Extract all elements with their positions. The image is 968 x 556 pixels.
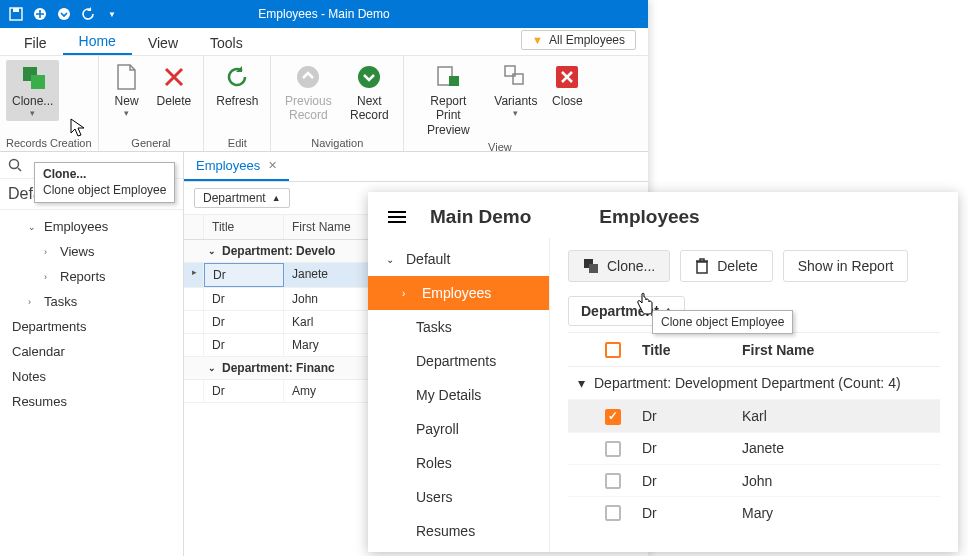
- ribbon-group-label: Edit: [210, 135, 264, 149]
- nav-notes[interactable]: Notes: [0, 364, 183, 389]
- row-checkbox[interactable]: [594, 407, 632, 424]
- clone-icon: [18, 62, 48, 92]
- caret-right-icon: ›: [402, 288, 412, 299]
- svg-rect-15: [589, 264, 598, 273]
- web-header: Main Demo Employees: [368, 192, 958, 238]
- tab-employees[interactable]: Employees ✕: [184, 152, 289, 181]
- arrow-down-icon: [354, 62, 384, 92]
- web-delete-button[interactable]: Delete: [680, 250, 772, 282]
- web-group-row[interactable]: ▾ Department: Development Department (Co…: [568, 367, 940, 399]
- clone-tooltip: Clone... Clone object Employee: [34, 162, 175, 203]
- new-button[interactable]: New: [105, 60, 149, 121]
- web-nav-resumes[interactable]: Resumes: [368, 514, 549, 548]
- nav-calendar[interactable]: Calendar: [0, 339, 183, 364]
- svg-rect-5: [31, 75, 45, 89]
- row-checkbox[interactable]: [594, 472, 632, 489]
- variants-button[interactable]: Variants: [488, 60, 543, 121]
- row-indicator-icon: ▸: [184, 263, 204, 287]
- next-record-button[interactable]: Next Record: [341, 60, 397, 125]
- web-show-report-button[interactable]: Show in Report: [783, 250, 909, 282]
- title-column[interactable]: Title: [204, 215, 284, 239]
- caret-down-icon: ⌄: [28, 222, 38, 232]
- web-nav-payroll[interactable]: Payroll: [368, 412, 549, 446]
- down-quick-icon[interactable]: [56, 6, 72, 22]
- web-row[interactable]: Dr Karl: [568, 399, 940, 431]
- funnel-icon: ▼: [532, 34, 543, 46]
- trash-icon: [695, 258, 709, 274]
- web-nav-mydetails[interactable]: My Details: [368, 378, 549, 412]
- web-row[interactable]: Dr Janete: [568, 432, 940, 464]
- nav-panel: Default ⟂ ⌄Employees ›Views ›Reports ›Ta…: [0, 152, 184, 556]
- refresh-icon: [222, 62, 252, 92]
- save-icon[interactable]: [8, 6, 24, 22]
- caret-down-icon: ⌄: [208, 246, 216, 256]
- row-checkbox[interactable]: [594, 440, 632, 457]
- report-icon: [433, 62, 463, 92]
- delete-button[interactable]: Delete: [151, 60, 198, 110]
- web-row[interactable]: Dr Mary: [568, 496, 940, 528]
- nav-views[interactable]: ›Views: [0, 239, 183, 264]
- caret-right-icon: ›: [28, 297, 38, 307]
- web-nav-roles[interactable]: Roles: [368, 446, 549, 480]
- select-column: [184, 215, 204, 239]
- nav-employees[interactable]: ⌄Employees: [0, 214, 183, 239]
- filter-dropdown[interactable]: ▼ All Employees: [521, 30, 636, 50]
- refresh-quick-icon[interactable]: [80, 6, 96, 22]
- svg-rect-9: [449, 76, 459, 86]
- clone-button[interactable]: Clone...: [6, 60, 59, 121]
- group-by-chip[interactable]: Department ▲: [194, 188, 290, 208]
- refresh-button[interactable]: Refresh: [210, 60, 264, 110]
- clone-icon: [583, 258, 599, 274]
- arrow-up-icon: [293, 62, 323, 92]
- menu-home[interactable]: Home: [63, 29, 132, 55]
- svg-point-6: [297, 66, 319, 88]
- select-all-checkbox[interactable]: [594, 341, 632, 358]
- web-nav-employees[interactable]: ›Employees: [368, 276, 549, 310]
- ribbon-group-general: New Delete General: [99, 56, 205, 151]
- dropdown-quick-icon[interactable]: ▼: [104, 6, 120, 22]
- new-quick-icon[interactable]: [32, 6, 48, 22]
- web-clone-button[interactable]: Clone...: [568, 250, 670, 282]
- web-nav-tasks[interactable]: Tasks: [368, 310, 549, 344]
- web-row[interactable]: Dr John: [568, 464, 940, 496]
- web-col-title[interactable]: Title: [632, 342, 732, 358]
- cursor-icon: [70, 118, 86, 138]
- ribbon-group-navigation: Previous Record Next Record Navigation: [271, 56, 404, 151]
- web-actions: Clone... Delete Show in Report: [568, 250, 940, 282]
- report-preview-button[interactable]: Report Print Preview: [410, 60, 486, 139]
- menu-file[interactable]: File: [8, 31, 63, 55]
- titlebar-quick-icons: ▼: [0, 6, 120, 22]
- web-app-window: Main Demo Employees ⌄Default ›Employees …: [368, 192, 958, 552]
- titlebar: ▼ Employees - Main Demo: [0, 0, 648, 28]
- file-icon: [112, 62, 142, 92]
- caret-down-icon: ⌄: [208, 363, 216, 373]
- menu-tools[interactable]: Tools: [194, 31, 259, 55]
- nav-reports[interactable]: ›Reports: [0, 264, 183, 289]
- web-col-firstname[interactable]: First Name: [732, 342, 940, 358]
- filter-label: All Employees: [549, 33, 625, 47]
- row-checkbox[interactable]: [594, 504, 632, 521]
- web-nav-users[interactable]: Users: [368, 480, 549, 514]
- close-button[interactable]: Close: [545, 60, 589, 110]
- web-nav-departments[interactable]: Departments: [368, 344, 549, 378]
- nav-tasks[interactable]: ›Tasks: [0, 289, 183, 314]
- ribbon-group-view: Report Print Preview Variants Close View: [404, 56, 595, 151]
- previous-record-button[interactable]: Previous Record: [277, 60, 339, 125]
- tabstrip: Employees ✕: [184, 152, 648, 182]
- menu-view[interactable]: View: [132, 31, 194, 55]
- tab-close-icon[interactable]: ✕: [268, 159, 277, 172]
- caret-right-icon: ›: [44, 247, 54, 257]
- nav-resumes[interactable]: Resumes: [0, 389, 183, 414]
- search-icon: [8, 158, 22, 172]
- ribbon-group-label: Navigation: [277, 135, 397, 149]
- web-page-title: Employees: [599, 206, 699, 228]
- web-nav-default[interactable]: ⌄Default: [368, 242, 549, 276]
- hamburger-icon[interactable]: [388, 211, 406, 223]
- variants-icon: [501, 62, 531, 92]
- x-icon: [159, 62, 189, 92]
- sort-asc-icon: ▲: [272, 193, 281, 203]
- nav-departments[interactable]: Departments: [0, 314, 183, 339]
- caret-down-icon: ▾: [568, 375, 594, 391]
- web-nav: ⌄Default ›Employees Tasks Departments My…: [368, 238, 550, 552]
- caret-right-icon: ›: [44, 272, 54, 282]
